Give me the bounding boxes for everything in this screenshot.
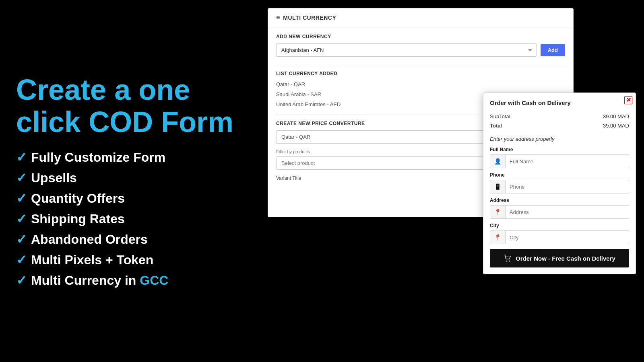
cart-icon xyxy=(504,255,512,262)
address-input[interactable] xyxy=(506,206,629,218)
left-panel: Create a one click COD Form ✓ Fully Cust… xyxy=(0,0,260,362)
cod-modal: ✕ Order with Cash on Delivery SubTotal 3… xyxy=(483,93,636,274)
checkmark-icon: ✓ xyxy=(16,253,27,266)
add-currency-label: ADD NEW CURRENCY xyxy=(276,34,565,39)
address-label: Address xyxy=(490,197,629,203)
order-button-label: Order Now - Free Cash on Delivery xyxy=(516,255,615,262)
phone-input[interactable] xyxy=(506,181,629,193)
admin-header: ≡ MULTI CURRENCY xyxy=(268,8,573,27)
feature-text-before: Multi Currency in xyxy=(31,273,140,288)
modal-title: Order with Cash on Delivery xyxy=(490,99,629,106)
full-name-field: Full Name 👤 xyxy=(490,147,629,168)
currency-select[interactable]: Afghanistan - AFN xyxy=(276,43,537,57)
checkmark-icon: ✓ xyxy=(16,151,27,164)
feature-text: Abandoned Orders xyxy=(31,232,148,247)
full-name-label: Full Name xyxy=(490,147,629,152)
feature-text: Shipping Rates xyxy=(31,212,125,226)
order-summary: SubTotal 39.00 MAD Total 39.00 MAD xyxy=(490,112,629,130)
phone-label: Phone xyxy=(490,172,629,178)
list-item: ✓ Upsells xyxy=(16,171,244,185)
address-prompt: Enter your address properly xyxy=(490,136,629,142)
main-title: Create a one click COD Form xyxy=(16,74,244,138)
svg-point-1 xyxy=(509,261,510,262)
feature-text: Multi Pixels + Token xyxy=(31,253,153,267)
menu-icon: ≡ xyxy=(276,14,280,21)
checkmark-icon: ✓ xyxy=(16,212,27,225)
feature-text: Quantity Offers xyxy=(31,191,125,206)
feature-list: ✓ Fully Customize Form ✓ Upsells ✓ Quant… xyxy=(16,150,244,288)
phone-input-wrapper: 📱 xyxy=(490,180,629,193)
modal-body: Order with Cash on Delivery SubTotal 39.… xyxy=(483,93,636,274)
admin-panel-title: MULTI CURRENCY xyxy=(283,14,336,21)
city-field: City 📍 xyxy=(490,223,629,244)
list-item: ✓ Multi Currency in GCC xyxy=(16,273,244,288)
list-item: ✓ Multi Pixels + Token xyxy=(16,253,244,267)
phone-field: Phone 📱 xyxy=(490,172,629,193)
total-value: 39.00 MAD xyxy=(603,123,629,129)
right-panel: ≡ MULTI CURRENCY ADD NEW CURRENCY Afghan… xyxy=(260,0,644,362)
list-item: ✓ Fully Customize Form xyxy=(16,150,244,165)
subtotal-value: 39.00 MAD xyxy=(603,113,629,119)
list-item: ✓ Quantity Offers xyxy=(16,191,244,206)
subtotal-row: SubTotal 39.00 MAD xyxy=(490,112,629,121)
add-currency-button[interactable]: Add xyxy=(541,44,565,56)
checkmark-icon: ✓ xyxy=(16,171,27,184)
order-now-button[interactable]: Order Now - Free Cash on Delivery xyxy=(490,249,629,267)
currency-select-row: Afghanistan - AFN Add xyxy=(276,43,565,57)
gcc-highlight: GCC xyxy=(140,273,168,288)
list-item: ✓ Abandoned Orders xyxy=(16,232,244,247)
person-icon: 👤 xyxy=(490,155,506,168)
checkmark-icon: ✓ xyxy=(16,233,27,246)
checkmark-icon: ✓ xyxy=(16,192,27,205)
city-icon: 📍 xyxy=(490,231,506,244)
address-input-wrapper: 📍 xyxy=(490,205,629,219)
total-row: Total 39.00 MAD xyxy=(490,121,629,130)
full-name-input-wrapper: 👤 xyxy=(490,154,629,168)
city-input-wrapper: 📍 xyxy=(490,230,629,244)
phone-icon: 📱 xyxy=(490,180,506,193)
city-input[interactable] xyxy=(506,231,629,244)
location-icon: 📍 xyxy=(490,206,506,218)
feature-text: Upsells xyxy=(31,171,77,185)
full-name-input[interactable] xyxy=(506,155,629,168)
list-currency-label: LIST CURRENCY ADDED xyxy=(276,71,565,76)
modal-close-button[interactable]: ✕ xyxy=(624,96,632,104)
divider xyxy=(276,65,565,65)
list-item: Qatar - QAR xyxy=(276,80,565,88)
checkmark-icon: ✓ xyxy=(16,274,27,287)
city-label: City xyxy=(490,223,629,228)
feature-text-gcc: Multi Currency in GCC xyxy=(31,273,168,288)
list-item: ✓ Shipping Rates xyxy=(16,212,244,226)
address-field: Address 📍 xyxy=(490,197,629,219)
svg-point-0 xyxy=(506,261,508,262)
total-label: Total xyxy=(490,123,502,129)
feature-text: Fully Customize Form xyxy=(31,150,165,165)
subtotal-label: SubTotal xyxy=(490,113,510,119)
